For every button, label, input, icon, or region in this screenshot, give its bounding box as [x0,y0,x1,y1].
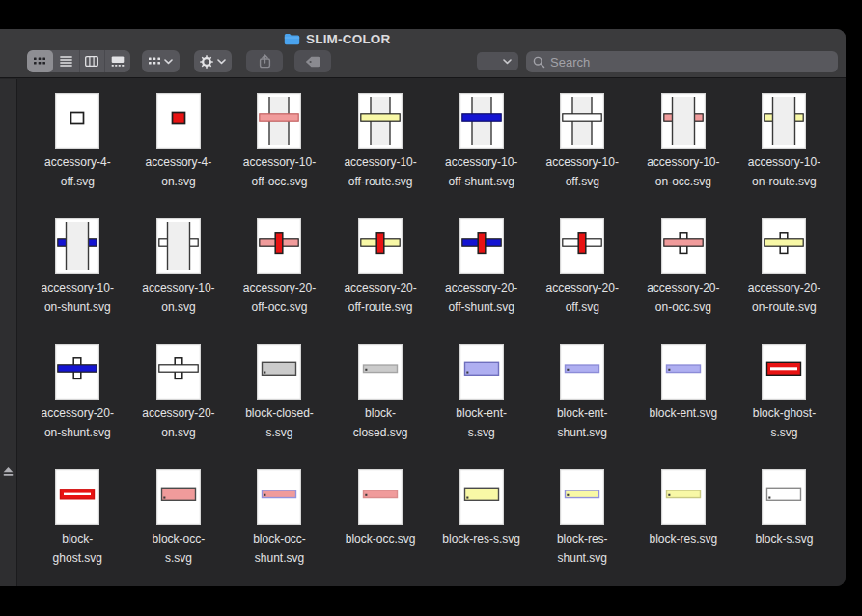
file-label: accessory-4-off.svg [44,154,111,191]
finder-window: SLIM-COLOR [0,29,846,586]
file-block-res.svg[interactable]: block-res.svg [633,469,735,586]
file-preview [156,469,201,525]
titlebar: SLIM-COLOR [0,29,846,48]
file-accessory-10-off.svg[interactable]: accessory-10-off.svg [532,93,633,218]
file-preview [560,93,604,149]
file-label: block-closed-s.svg [245,405,314,442]
file-label: accessory-10-off.svg [546,154,619,191]
file-accessory-10-on.svg[interactable]: accessory-10-on.svg [128,218,230,344]
file-label: accessory-10-on.svg [142,279,214,317]
sidebar-sliver [0,79,17,586]
file-block-ghost.svg[interactable]: block-ghost.svg [27,469,128,586]
search-input[interactable] [550,55,838,70]
file-label: accessory-10-off-shunt.svg [445,154,517,191]
file-accessory-10-off-occ.svg[interactable]: accessory-10-off-occ.svg [229,93,330,218]
file-label: accessory-20-off-route.svg [344,279,416,317]
file-browser-content: accessory-4-off.svgaccessory-4-on.svgacc… [18,79,846,586]
folder-icon [284,33,300,45]
list-view-button[interactable] [53,50,79,72]
file-preview [762,93,806,149]
file-block-ghost-s.svg[interactable]: block-ghost-s.svg [734,344,835,469]
file-accessory-20-on-route.svg[interactable]: accessory-20-on-route.svg [734,218,835,344]
file-preview [257,218,301,274]
action-button[interactable] [194,50,232,72]
toolbar [0,48,846,78]
window-title: SLIM-COLOR [306,32,391,46]
file-accessory-20-off-occ.svg[interactable]: accessory-20-off-occ.svg [229,218,330,344]
file-label: block-res.svg [650,530,718,549]
file-label: block-closed.svg [353,405,408,442]
icon-view-button[interactable] [27,50,53,72]
file-label: accessory-20-on-occ.svg [647,279,719,317]
file-label: block-ent-s.svg [456,405,507,442]
file-preview [55,93,99,149]
file-preview [358,218,403,274]
file-block-occ-s.svg[interactable]: block-occ-s.svg [128,469,230,586]
file-preview [156,93,201,149]
file-block-closed-s.svg[interactable]: block-closed-s.svg [229,344,330,469]
search-scope-dropdown[interactable] [477,52,518,70]
file-label: accessory-10-on-occ.svg [647,154,719,191]
file-block-ent.svg[interactable]: block-ent.svg [633,344,735,469]
file-block-s.svg[interactable]: block-s.svg [734,469,835,586]
column-view-icon [85,56,98,67]
file-preview [257,469,301,525]
file-preview [661,93,706,149]
file-preview [156,344,201,400]
file-preview [156,218,201,274]
file-label: accessory-20-on-route.svg [748,279,820,317]
gallery-view-button[interactable] [104,50,130,72]
file-block-occ-shunt.svg[interactable]: block-occ-shunt.svg [229,469,330,586]
file-preview [358,93,403,149]
share-icon [259,54,271,69]
column-view-button[interactable] [79,50,105,72]
group-button[interactable] [142,50,180,72]
file-label: accessory-10-off-occ.svg [243,154,316,191]
file-preview [55,344,99,400]
gear-icon [200,55,213,69]
file-block-closed.svg[interactable]: block-closed.svg [330,344,431,469]
file-preview [661,469,706,525]
file-block-ent-s.svg[interactable]: block-ent-s.svg [431,344,532,469]
file-preview [762,469,806,525]
file-accessory-10-on-occ.svg[interactable]: accessory-10-on-occ.svg [633,93,735,218]
file-label: block-ent.svg [650,405,718,424]
file-preview [459,93,504,149]
share-button[interactable] [246,50,283,72]
file-label: accessory-20-off-shunt.svg [445,279,517,317]
file-accessory-4-off.svg[interactable]: accessory-4-off.svg [27,93,128,218]
file-label: block-res-s.svg [442,530,520,549]
file-preview [55,469,99,525]
search-field[interactable] [526,51,838,72]
file-label: accessory-20-off-occ.svg [243,279,316,317]
file-label: accessory-10-on-shunt.svg [42,279,114,317]
file-block-res-s.svg[interactable]: block-res-s.svg [431,469,532,586]
file-accessory-20-on.svg[interactable]: accessory-20-on.svg [128,344,230,469]
file-accessory-20-off-route.svg[interactable]: accessory-20-off-route.svg [330,218,431,344]
eject-icon[interactable] [3,466,14,477]
file-accessory-20-on-shunt.svg[interactable]: accessory-20-on-shunt.svg [27,344,128,469]
file-preview [459,344,504,400]
file-label: block-ghost-s.svg [753,405,816,442]
icon-view-icon [34,57,45,66]
desktop-background: SLIM-COLOR [0,0,862,616]
file-accessory-10-on-route.svg[interactable]: accessory-10-on-route.svg [734,93,835,218]
file-block-ent-shunt.svg[interactable]: block-ent-shunt.svg [532,344,633,469]
file-accessory-10-off-route.svg[interactable]: accessory-10-off-route.svg [330,93,431,218]
file-preview [358,469,403,525]
file-accessory-20-off.svg[interactable]: accessory-20-off.svg [532,218,633,344]
titlebar-proxy[interactable]: SLIM-COLOR [284,32,391,46]
file-preview [459,218,504,274]
file-block-res-shunt.svg[interactable]: block-res-shunt.svg [532,469,633,586]
file-accessory-10-on-shunt.svg[interactable]: accessory-10-on-shunt.svg [27,218,128,344]
tag-button[interactable] [294,50,331,72]
file-label: block-occ-shunt.svg [253,530,306,568]
file-block-occ.svg[interactable]: block-occ.svg [330,469,431,586]
file-accessory-10-off-shunt.svg[interactable]: accessory-10-off-shunt.svg [431,93,532,218]
file-accessory-20-on-occ.svg[interactable]: accessory-20-on-occ.svg [633,218,735,344]
file-label: accessory-20-off.svg [546,279,619,317]
file-preview [459,469,504,525]
file-accessory-4-on.svg[interactable]: accessory-4-on.svg [128,93,230,218]
file-label: block-res-shunt.svg [557,530,608,568]
file-accessory-20-off-shunt.svg[interactable]: accessory-20-off-shunt.svg [431,218,532,344]
